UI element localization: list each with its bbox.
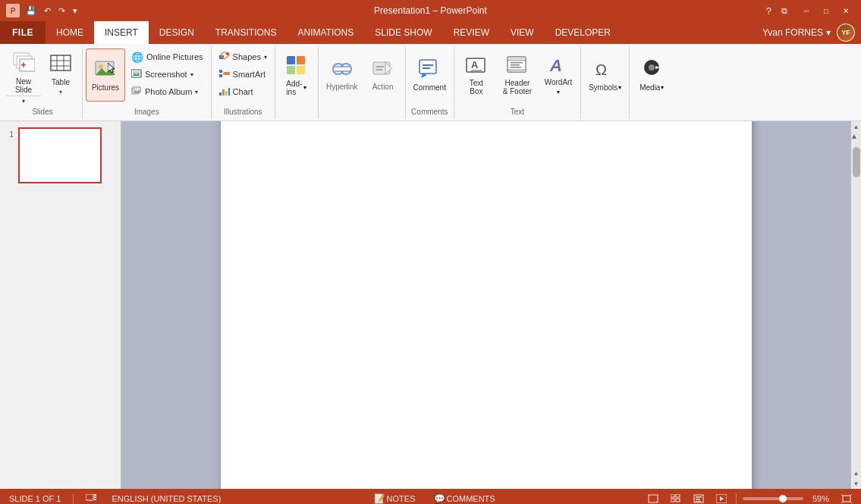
addins-label-row: Add-ins ▾	[286, 80, 306, 96]
table-arrow: ▾	[59, 89, 62, 95]
notes-button[interactable]: 📝 NOTES	[371, 493, 419, 504]
header-footer-button[interactable]: Header& Footer	[497, 49, 538, 102]
symbols-group: Ω Symbols ▾	[581, 47, 630, 119]
canvas-area	[121, 121, 850, 489]
images-group-label: Images	[86, 106, 208, 117]
addins-arrow: ▾	[303, 84, 306, 91]
user-avatar[interactable]: YF	[837, 23, 855, 42]
comment-button[interactable]: Comment	[409, 49, 451, 102]
chart-button[interactable]: Chart	[215, 83, 272, 100]
normal-view-button[interactable]	[645, 494, 661, 503]
table-label: Table	[52, 78, 70, 86]
wordart-arrow: ▾	[557, 89, 560, 95]
table-button[interactable]: Table ▾	[42, 49, 79, 102]
illustrations-small-buttons: Shapes ▾ Smar	[215, 49, 272, 100]
undo-button[interactable]: ↶	[41, 5, 54, 17]
scrollbar-thumb[interactable]	[853, 147, 860, 177]
symbols-label: Symbols	[589, 83, 617, 92]
shapes-button[interactable]: Shapes ▾	[215, 49, 272, 65]
addins-group-items: Add-ins ▾	[278, 49, 315, 114]
view-menu[interactable]: VIEW	[500, 21, 545, 44]
close-button[interactable]: ✕	[837, 4, 855, 17]
developer-menu[interactable]: DEVELOPER	[545, 21, 621, 44]
hyperlink-icon	[331, 59, 354, 80]
pictures-icon	[94, 58, 117, 81]
maximize-button[interactable]: □	[817, 4, 835, 17]
insert-menu[interactable]: INSERT	[94, 21, 149, 44]
design-menu[interactable]: DESIGN	[149, 21, 205, 44]
wordart-button[interactable]: A WordArt ▾	[539, 49, 577, 102]
status-divider2	[736, 493, 737, 504]
svg-rect-71	[676, 494, 680, 497]
header-footer-label: Header& Footer	[503, 79, 532, 95]
comments-button[interactable]: 💬 COMMENTS	[431, 493, 498, 504]
home-menu[interactable]: HOME	[46, 21, 94, 44]
scroll-down-prev-button[interactable]: ▲	[851, 468, 862, 478]
wordart-label: WordArt	[545, 78, 573, 86]
photo-album-label: Photo Album	[145, 87, 192, 96]
redo-button[interactable]: ↷	[55, 5, 68, 17]
reading-view-button[interactable]	[690, 494, 707, 503]
textbox-button[interactable]: A TextBox	[457, 49, 495, 102]
illustrations-group: Shapes ▾ Smar	[212, 47, 275, 119]
user-name-label: Yvan FORNES	[762, 27, 823, 38]
comments-group: Comment Comments	[406, 47, 454, 119]
restore-button[interactable]: ⧉	[778, 4, 791, 17]
slideshow-menu[interactable]: SLIDE SHOW	[364, 21, 442, 44]
animations-menu[interactable]: ANIMATIONS	[287, 21, 364, 44]
media-button[interactable]: Media ▾	[633, 49, 671, 102]
slide-number: 1	[3, 127, 14, 139]
title-bar: P 💾 ↶ ↷ ▾ Presentation1 – PowerPoint ? ⧉…	[0, 0, 861, 21]
action-button[interactable]: Action	[364, 49, 402, 102]
comments-group-items: Comment	[409, 49, 451, 106]
slide-thumbnail	[18, 127, 102, 183]
svg-rect-57	[511, 62, 523, 64]
online-pictures-button[interactable]: 🌐 Online Pictures	[127, 49, 208, 65]
media-group-items: Media ▾	[633, 49, 671, 114]
review-menu[interactable]: REVIEW	[443, 21, 500, 44]
svg-point-20	[136, 88, 137, 89]
fit-slide-button[interactable]	[838, 494, 855, 503]
file-menu[interactable]: FILE	[0, 21, 46, 44]
addins-icon	[285, 55, 308, 77]
smartart-button[interactable]: SmartArt	[215, 66, 272, 83]
vertical-scrollbar[interactable]: ▲ ▲ ▼	[850, 121, 861, 489]
scroll-up-button[interactable]: ▲	[851, 121, 862, 132]
help-button[interactable]: ?	[766, 5, 771, 17]
new-slide-button[interactable]: + NewSlide ▾	[6, 49, 41, 106]
hyperlink-button[interactable]: Hyperlink	[322, 49, 363, 102]
slide-thumbnail-item[interactable]: 1	[3, 127, 118, 183]
zoom-slider[interactable]	[743, 497, 803, 500]
media-group-label	[633, 114, 671, 117]
user-dropdown[interactable]: Yvan FORNES ▾	[762, 27, 831, 38]
slide-sorter-button[interactable]	[668, 494, 684, 503]
svg-rect-35	[297, 56, 305, 64]
text-group-label: Text	[457, 106, 577, 117]
addins-button[interactable]: Add-ins ▾	[278, 49, 315, 102]
svg-text:Ω: Ω	[595, 61, 607, 78]
language-label[interactable]: ENGLISH (UNITED STATES)	[108, 494, 224, 503]
symbols-label-row: Symbols ▾	[589, 83, 621, 92]
pictures-button[interactable]: Pictures	[86, 49, 125, 102]
new-slide-dropdown[interactable]: ▾	[6, 95, 41, 106]
images-small-buttons: 🌐 Online Pictures Screenshot	[127, 49, 208, 100]
minimize-button[interactable]: ─	[797, 4, 815, 17]
slideshow-button[interactable]	[713, 494, 730, 503]
scroll-down-button[interactable]: ▼	[851, 478, 862, 489]
symbols-button[interactable]: Ω Symbols ▾	[584, 49, 626, 102]
smartart-icon	[219, 69, 230, 80]
slide-view-button[interactable]	[83, 494, 99, 503]
save-button[interactable]: 💾	[23, 5, 39, 17]
quick-access-dropdown[interactable]: ▾	[70, 5, 80, 17]
photo-album-button[interactable]: Photo Album ▾	[127, 83, 208, 100]
media-label: Media	[639, 83, 660, 92]
header-footer-icon	[506, 55, 529, 77]
photo-album-icon	[131, 86, 142, 98]
transitions-menu[interactable]: TRANSITIONS	[205, 21, 288, 44]
media-icon	[640, 58, 663, 81]
table-icon	[50, 55, 71, 76]
screenshot-button[interactable]: Screenshot ▾	[127, 66, 208, 83]
slide-canvas[interactable]	[221, 121, 752, 489]
svg-rect-55	[507, 57, 526, 61]
svg-rect-65	[86, 494, 93, 500]
